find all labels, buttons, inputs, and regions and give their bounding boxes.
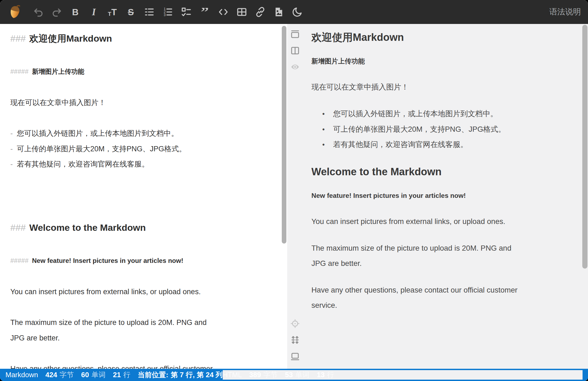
- font-size-icon: TT: [108, 8, 117, 17]
- editor-line: You can insert pictures from external li…: [10, 284, 276, 300]
- paragraph-line: service.: [311, 301, 337, 309]
- byte-count: 389字节: [249, 370, 277, 380]
- md-hash-token: ###: [10, 222, 26, 233]
- editor-only-view-button[interactable]: [289, 28, 302, 41]
- editor-line-blank: [10, 110, 276, 126]
- preview-scrollbar-thumb[interactable]: [582, 25, 587, 269]
- editor-line: The maximum size of the picture to uploa…: [10, 315, 276, 346]
- task-list-icon: [181, 7, 192, 17]
- split-view-icon: [290, 46, 300, 56]
- editor-line-blank: [10, 269, 276, 284]
- preview-subheading: New feature! Insert pictures in your art…: [311, 189, 572, 202]
- split-view-button[interactable]: [289, 44, 302, 57]
- paragraph-line: Have any other questions, please contact…: [311, 286, 518, 294]
- moon-icon: [292, 7, 303, 17]
- editor-lines: ###欢迎使用Markdown #####新增图片上传功能 现在可以在文章中插入…: [0, 24, 287, 369]
- editor-line-blank: [10, 203, 276, 218]
- code-icon: [218, 7, 229, 17]
- word-count: 53单词: [285, 370, 310, 380]
- paragraph-line: The maximum size of the picture to uploa…: [311, 244, 511, 252]
- preview-only-view-button[interactable]: [289, 60, 302, 73]
- editor-view-icon: [290, 29, 300, 39]
- word-count: 60单词: [81, 370, 106, 380]
- line-text: 可上传的单张图片最大20M，支持PNG、JPG格式。: [17, 145, 186, 153]
- source-format-label: Markdown: [5, 371, 38, 379]
- app-window: B I TT S 1 2 3: [0, 0, 588, 381]
- code-button[interactable]: [217, 5, 230, 19]
- line-text: New feature! Insert pictures in your art…: [32, 257, 183, 264]
- locate-cursor-button[interactable]: [289, 317, 302, 330]
- link-button[interactable]: [254, 5, 267, 19]
- list-item: 若有其他疑问，欢迎咨询官网在线客服。: [322, 137, 572, 152]
- md-dash-token: -: [10, 160, 13, 168]
- list-item: 可上传的单张图片最大20M，支持PNG、JPG格式。: [322, 122, 572, 137]
- paragraph-line: JPG are better.: [311, 259, 362, 268]
- sync-scroll-icon: [290, 335, 300, 345]
- line-count: 13行: [317, 370, 334, 380]
- redo-button[interactable]: [51, 5, 63, 19]
- undo-icon: [33, 7, 44, 17]
- line-text: 若有其他疑问，欢迎咨询官网在线客服。: [17, 160, 149, 168]
- editor-line-blank: [10, 48, 276, 63]
- editor-line: #####New feature! Insert pictures in you…: [10, 253, 276, 269]
- editor-scrollbar-thumb[interactable]: [282, 26, 286, 244]
- sync-scroll-button[interactable]: [289, 333, 302, 346]
- editor-line: -若有其他疑问，欢迎咨询官网在线客服。: [10, 156, 276, 172]
- dark-mode-button[interactable]: [291, 5, 304, 19]
- line-text: 新增图片上传功能: [32, 68, 84, 75]
- preview-paragraph: Have any other questions, please contact…: [311, 282, 572, 313]
- table-button[interactable]: [236, 5, 248, 19]
- italic-icon: I: [92, 7, 96, 17]
- bold-button[interactable]: B: [69, 5, 82, 19]
- blockquote-icon: ”: [201, 8, 209, 16]
- blockquote-button[interactable]: ”: [199, 5, 211, 19]
- app-logo-acorn-icon[interactable]: [7, 4, 22, 20]
- line-text: Welcome to the Markdown: [29, 222, 146, 233]
- preview-heading: 欢迎使用Markdown: [311, 29, 572, 45]
- line-text: Have any other questions, please contact…: [10, 361, 276, 369]
- strikethrough-icon: S: [128, 8, 134, 17]
- output-format-label: HTML: [223, 371, 242, 379]
- bold-icon: B: [72, 8, 79, 17]
- preview-section: 欢迎使用Markdown 新增图片上传功能 现在可以在文章中插入图片！ 您可以插…: [287, 24, 588, 369]
- markdown-editor[interactable]: ###欢迎使用Markdown #####新增图片上传功能 现在可以在文章中插入…: [0, 24, 287, 369]
- presentation-mode-button[interactable]: [289, 350, 302, 363]
- preview-paragraph: You can insert pictures from external li…: [311, 214, 572, 229]
- status-right: HTML 389字节 53单词 13行: [223, 370, 583, 380]
- eye-icon: [290, 62, 300, 72]
- md-dash-token: -: [10, 145, 13, 153]
- toolbar: B I TT S 1 2 3: [0, 0, 588, 24]
- preview-subheading: 新增图片上传功能: [311, 54, 572, 68]
- undo-button[interactable]: [32, 5, 45, 19]
- preview-paragraph: The maximum size of the picture to uploa…: [311, 241, 572, 271]
- image-icon: [273, 7, 284, 17]
- font-size-button[interactable]: TT: [106, 5, 119, 19]
- line-text: 欢迎使用Markdown: [29, 33, 112, 44]
- bullet-list-button[interactable]: [143, 5, 156, 19]
- status-bar: Markdown 424字节 60单词 21行 当前位置:第 7 行, 第 24…: [0, 369, 588, 381]
- task-list-button[interactable]: [180, 5, 193, 19]
- line-text: 现在可以在文章中插入图片！: [10, 99, 106, 107]
- redo-icon: [51, 7, 62, 17]
- editor-line: -可上传的单张图片最大20M，支持PNG、JPG格式。: [10, 141, 276, 157]
- editor-line-blank: [10, 300, 276, 315]
- editor-line-blank: [10, 346, 276, 361]
- link-icon: [255, 7, 266, 17]
- line-text: You can insert pictures from external li…: [10, 288, 201, 296]
- editor-line: -您可以插入外链图片，或上传本地图片到文档中。: [10, 126, 276, 141]
- line-text: The maximum size of the picture to uploa…: [10, 315, 276, 330]
- strikethrough-button[interactable]: S: [125, 5, 137, 19]
- bullet-list-icon: [144, 7, 155, 17]
- preview-paragraph: 现在可以在文章中插入图片！: [311, 79, 572, 95]
- list-item: 您可以插入外链图片，或上传本地图片到文档中。: [322, 106, 572, 122]
- syntax-help-link[interactable]: 语法说明: [549, 7, 581, 17]
- editor-line-blank: [10, 187, 276, 203]
- md-hash-token: ###: [10, 33, 26, 44]
- table-icon: [236, 7, 247, 17]
- image-upload-button[interactable]: [273, 5, 285, 19]
- editor-line: ###Welcome to the Markdown: [10, 218, 276, 237]
- italic-button[interactable]: I: [88, 5, 100, 19]
- editor-line: 现在可以在文章中插入图片！: [10, 95, 276, 110]
- ordered-list-button[interactable]: 1 2 3: [162, 5, 174, 19]
- editor-line-blank: [10, 237, 276, 253]
